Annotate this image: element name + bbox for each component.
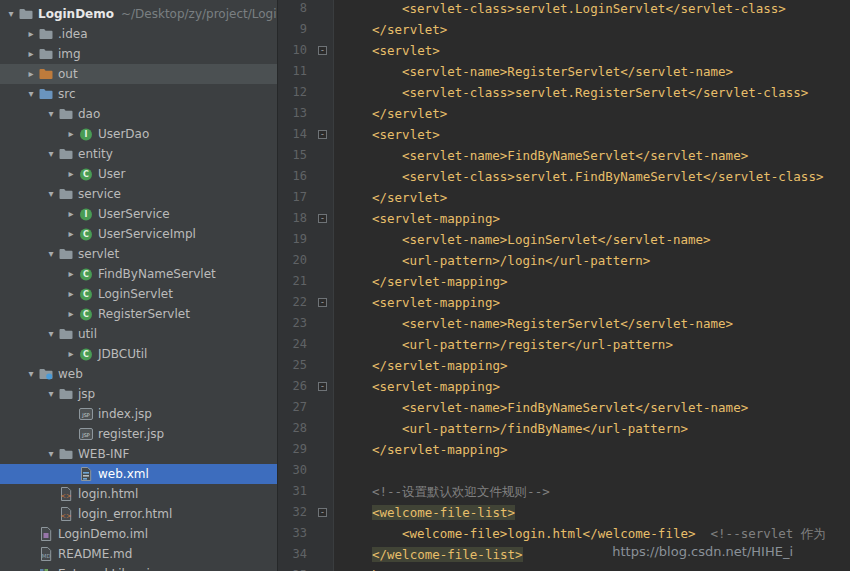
chevron-right-icon[interactable]: ▸ <box>24 44 38 64</box>
code-line-33[interactable]: 33<welcome-file>login.html</welcome-file… <box>278 523 850 544</box>
tree-item-logindemo[interactable]: ▾LoginDemo~/Desktop/zy/project/Login <box>0 4 277 24</box>
line-number[interactable]: 33 <box>278 523 314 544</box>
line-number[interactable]: 8 <box>278 0 314 19</box>
tree-item-loginservlet[interactable]: ▸CLoginServlet <box>0 284 277 304</box>
code-line-22[interactable]: 22-<servlet-mapping> <box>278 292 850 313</box>
tree-item-userserviceimpl[interactable]: ▸CUserServiceImpl <box>0 224 277 244</box>
tree-item-index-jsp[interactable]: JSPindex.jsp <box>0 404 277 424</box>
collapse-fold-icon[interactable]: - <box>318 508 327 517</box>
code-line-35[interactable]: 35</web-app> <box>278 565 850 571</box>
code-line-14[interactable]: 14-<servlet> <box>278 124 850 145</box>
line-number[interactable]: 10 <box>278 40 314 61</box>
line-number[interactable]: 35 <box>278 565 314 571</box>
line-number[interactable]: 31 <box>278 481 314 502</box>
line-number[interactable]: 9 <box>278 19 314 40</box>
chevron-right-icon[interactable]: ▸ <box>64 264 78 284</box>
code-line-24[interactable]: 24<url-pattern>/register</url-pattern> <box>278 334 850 355</box>
tree-item-jdbcutil[interactable]: ▸CJDBCUtil <box>0 344 277 364</box>
chevron-down-icon[interactable]: ▾ <box>44 144 58 164</box>
chevron-right-icon[interactable]: ▸ <box>24 24 38 44</box>
chevron-right-icon[interactable]: ▸ <box>64 164 78 184</box>
chevron-down-icon[interactable]: ▾ <box>44 444 58 464</box>
chevron-down-icon[interactable]: ▾ <box>44 104 58 124</box>
tree-item-registerservlet[interactable]: ▸CRegisterServlet <box>0 304 277 324</box>
code-line-30[interactable]: 30 <box>278 460 850 481</box>
tree-item-userdao[interactable]: ▸IUserDao <box>0 124 277 144</box>
tree-item-entity[interactable]: ▾entity <box>0 144 277 164</box>
chevron-right-icon[interactable]: ▸ <box>64 344 78 364</box>
tree-item-web-inf[interactable]: ▾WEB-INF <box>0 444 277 464</box>
editor-panel[interactable]: 8<servlet-class>servlet.LoginServlet</se… <box>278 0 850 571</box>
line-number[interactable]: 28 <box>278 418 314 439</box>
code-line-29[interactable]: 29</servlet-mapping> <box>278 439 850 460</box>
chevron-down-icon[interactable]: ▾ <box>44 244 58 264</box>
line-number[interactable]: 19 <box>278 229 314 250</box>
fold-gutter[interactable]: - <box>314 208 334 229</box>
chevron-right-icon[interactable]: ▸ <box>64 304 78 324</box>
code-line-15[interactable]: 15<servlet-name>FindByNameServlet</servl… <box>278 145 850 166</box>
fold-gutter[interactable]: - <box>314 124 334 145</box>
code-line-31[interactable]: 31<!--设置默认欢迎文件规则--> <box>278 481 850 502</box>
code-line-18[interactable]: 18-<servlet-mapping> <box>278 208 850 229</box>
collapse-fold-icon[interactable]: - <box>318 130 327 139</box>
chevron-down-icon[interactable]: ▾ <box>4 4 18 24</box>
code-line-8[interactable]: 8<servlet-class>servlet.LoginServlet</se… <box>278 0 850 19</box>
chevron-down-icon[interactable]: ▾ <box>44 384 58 404</box>
fold-gutter[interactable]: - <box>314 376 334 397</box>
tree-item-logindemo-iml[interactable]: LoginDemo.iml <box>0 524 277 544</box>
fold-gutter[interactable]: - <box>314 292 334 313</box>
code-line-19[interactable]: 19<servlet-name>LoginServlet</servlet-na… <box>278 229 850 250</box>
tree-item-user[interactable]: ▸CUser <box>0 164 277 184</box>
tree-item-userservice[interactable]: ▸IUserService <box>0 204 277 224</box>
code-line-12[interactable]: 12<servlet-class>servlet.RegisterServlet… <box>278 82 850 103</box>
tree-item-util[interactable]: ▾util <box>0 324 277 344</box>
fold-gutter[interactable]: - <box>314 40 334 61</box>
code-line-20[interactable]: 20<url-pattern>/login</url-pattern> <box>278 250 850 271</box>
tree-item-login-html[interactable]: <>login.html <box>0 484 277 504</box>
tree-item-findbynameservlet[interactable]: ▸CFindByNameServlet <box>0 264 277 284</box>
line-number[interactable]: 11 <box>278 61 314 82</box>
chevron-down-icon[interactable]: ▾ <box>24 364 38 384</box>
line-number[interactable]: 29 <box>278 439 314 460</box>
tree-item-register-jsp[interactable]: JSPregister.jsp <box>0 424 277 444</box>
line-number[interactable]: 34 <box>278 544 314 565</box>
line-number[interactable]: 16 <box>278 166 314 187</box>
chevron-right-icon[interactable]: ▸ <box>64 204 78 224</box>
collapse-fold-icon[interactable]: - <box>318 46 327 55</box>
collapse-fold-icon[interactable]: - <box>318 298 327 307</box>
line-number[interactable]: 32 <box>278 502 314 523</box>
line-number[interactable]: 14 <box>278 124 314 145</box>
chevron-down-icon[interactable]: ▾ <box>44 184 58 204</box>
line-number[interactable]: 23 <box>278 313 314 334</box>
code-line-28[interactable]: 28<url-pattern>/findByName</url-pattern> <box>278 418 850 439</box>
chevron-right-icon[interactable]: ▸ <box>24 564 38 571</box>
line-number[interactable]: 18 <box>278 208 314 229</box>
chevron-right-icon[interactable]: ▸ <box>64 124 78 144</box>
line-number[interactable]: 24 <box>278 334 314 355</box>
code-line-21[interactable]: 21</servlet-mapping> <box>278 271 850 292</box>
tree-item-login-error-html[interactable]: <>login_error.html <box>0 504 277 524</box>
tree-item-readme-md[interactable]: MDREADME.md <box>0 544 277 564</box>
line-number[interactable]: 12 <box>278 82 314 103</box>
chevron-right-icon[interactable]: ▸ <box>64 224 78 244</box>
line-number[interactable]: 30 <box>278 460 314 481</box>
collapse-fold-icon[interactable]: - <box>318 214 327 223</box>
code-line-10[interactable]: 10-<servlet> <box>278 40 850 61</box>
line-number[interactable]: 17 <box>278 187 314 208</box>
line-number[interactable]: 21 <box>278 271 314 292</box>
code-line-26[interactable]: 26-<servlet-mapping> <box>278 376 850 397</box>
chevron-down-icon[interactable]: ▾ <box>44 324 58 344</box>
tree-item-dao[interactable]: ▾dao <box>0 104 277 124</box>
code-line-32[interactable]: 32-<welcome-file-list> <box>278 502 850 523</box>
tree-item-out[interactable]: ▸out <box>0 64 277 84</box>
collapse-fold-icon[interactable]: - <box>318 382 327 391</box>
tree-item-web-xml[interactable]: web.xml <box>0 464 277 484</box>
code-line-13[interactable]: 13</servlet> <box>278 103 850 124</box>
code-line-23[interactable]: 23<servlet-name>RegisterServlet</servlet… <box>278 313 850 334</box>
tree-item-jsp[interactable]: ▾jsp <box>0 384 277 404</box>
chevron-right-icon[interactable]: ▸ <box>64 284 78 304</box>
tree-item-external-libraries[interactable]: ▸External Libraries <box>0 564 277 571</box>
line-number[interactable]: 26 <box>278 376 314 397</box>
tree-item-img[interactable]: ▸img <box>0 44 277 64</box>
code-line-9[interactable]: 9</servlet> <box>278 19 850 40</box>
